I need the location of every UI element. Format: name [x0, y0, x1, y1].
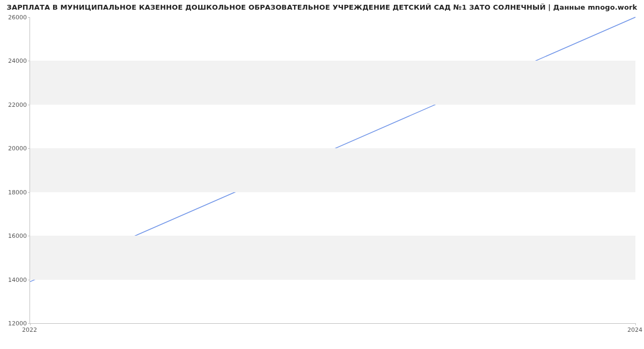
- y-tick-label: 18000: [3, 188, 27, 195]
- grid-band: [30, 236, 635, 279]
- y-tick-label: 14000: [3, 276, 27, 283]
- salary-line-chart: ЗАРПЛАТА В МУНИЦИПАЛЬНОЕ КАЗЕННОЕ ДОШКОЛ…: [0, 0, 644, 349]
- grid-band: [30, 61, 635, 104]
- y-tick: [28, 236, 30, 236]
- x-tick-label: 2022: [22, 326, 37, 333]
- y-tick: [28, 280, 30, 280]
- y-tick: [28, 105, 30, 105]
- y-tick-label: 12000: [3, 320, 27, 327]
- y-tick-label: 16000: [3, 232, 27, 239]
- x-tick-label: 2024: [627, 326, 642, 333]
- x-tick: [635, 323, 636, 325]
- x-tick: [30, 323, 31, 325]
- y-tick-label: 24000: [3, 57, 27, 64]
- chart-title: ЗАРПЛАТА В МУНИЦИПАЛЬНОЕ КАЗЕННОЕ ДОШКОЛ…: [0, 3, 644, 11]
- grid-band: [30, 148, 635, 192]
- y-tick-label: 26000: [3, 14, 27, 21]
- y-tick: [28, 192, 30, 193]
- y-tick-label: 20000: [3, 145, 27, 152]
- y-tick: [28, 17, 30, 18]
- plot-area: [30, 17, 635, 324]
- y-tick: [28, 148, 30, 149]
- y-tick-label: 22000: [3, 101, 27, 108]
- y-tick: [28, 61, 30, 61]
